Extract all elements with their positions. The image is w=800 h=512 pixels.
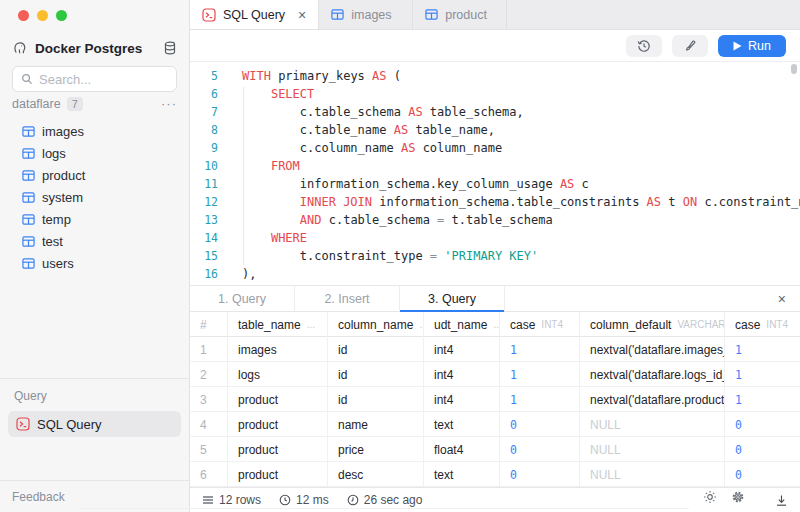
data-cell: int4 — [424, 337, 500, 362]
data-cell: 1 — [725, 362, 800, 387]
data-cell: id — [328, 362, 424, 387]
table-icon — [22, 235, 35, 248]
code-line-8: 8 c.table_name AS table_name, — [190, 121, 800, 139]
column-header-case-6[interactable]: caseINT4 — [725, 312, 800, 337]
zoom-window-button[interactable] — [56, 10, 67, 21]
line-number: 16 — [190, 265, 232, 283]
table-icon — [22, 125, 35, 138]
column-type-label: ... — [307, 319, 315, 330]
line-number: 9 — [190, 139, 232, 157]
app-window: Docker Postgres Search... dataflare 7 ··… — [0, 0, 800, 512]
result-tab-1[interactable]: 1. Query — [190, 286, 295, 311]
code-text: t.constraint_type = 'PRIMARY KEY' — [232, 247, 538, 265]
line-number: 8 — [190, 121, 232, 139]
data-cell: 0 — [500, 437, 580, 462]
table-row[interactable]: 2logsidint41nextval('dataflare.logs_id_s… — [190, 362, 800, 387]
download-button[interactable] — [775, 494, 788, 507]
line-number: 14 — [190, 229, 232, 247]
tab-sql-query[interactable]: SQL Query× — [190, 0, 319, 29]
table-row[interactable]: 1imagesidint41nextval('dataflare.images_… — [190, 337, 800, 362]
database-icon[interactable] — [163, 41, 177, 55]
query-section-label: Query — [8, 389, 181, 403]
row-number-cell: 5 — [190, 437, 228, 462]
column-header-column_default-5[interactable]: column_defaultVARCHAR — [580, 312, 725, 337]
traffic-lights — [18, 10, 67, 21]
table-icon — [331, 8, 344, 21]
code-line-12: 12 INNER JOIN information_schema.table_c… — [190, 193, 800, 211]
code-text: WHERE — [232, 229, 307, 247]
play-icon — [733, 41, 742, 51]
code-line-11: 11 information_schema.key_column_usage A… — [190, 175, 800, 193]
run-button[interactable]: Run — [718, 35, 786, 57]
sidebar-item-sql-query[interactable]: SQL Query — [8, 411, 181, 437]
format-button[interactable] — [672, 35, 708, 57]
code-text: ), — [232, 265, 256, 283]
close-window-button[interactable] — [18, 10, 29, 21]
data-cell: 1 — [725, 387, 800, 412]
column-header-table_name-1[interactable]: table_name... — [228, 312, 328, 337]
table-icon — [22, 213, 35, 226]
code-text: SELECT — [232, 85, 314, 103]
sidebar-item-images[interactable]: images — [0, 120, 189, 142]
sidebar-item-logs[interactable]: logs — [0, 142, 189, 164]
sidebar-item-system[interactable]: system — [0, 186, 189, 208]
tab-images[interactable]: images — [319, 0, 413, 29]
run-label: Run — [748, 39, 771, 53]
sql-editor[interactable]: 5WITH primary_keys AS (6 SELECT7 c.table… — [190, 62, 800, 285]
postgres-elephant-icon — [12, 40, 28, 56]
format-brush-icon — [684, 39, 697, 52]
sidebar-item-users[interactable]: users — [0, 252, 189, 274]
code-text: c.table_schema AS table_schema, — [232, 103, 524, 121]
table-label: temp — [42, 212, 71, 227]
data-cell: id — [328, 337, 424, 362]
feedback-link[interactable]: Feedback — [12, 490, 65, 504]
table-icon — [22, 257, 35, 270]
connection-header: Docker Postgres — [12, 40, 177, 56]
column-header-column_name-2[interactable]: column_name... — [328, 312, 424, 337]
code-line-6: 6 SELECT — [190, 85, 800, 103]
search-icon — [21, 73, 33, 85]
tab-product[interactable]: product — [413, 0, 507, 29]
code-text: AND c.table_schema = t.table_schema — [232, 211, 553, 229]
column-header-case-4[interactable]: caseINT4 — [500, 312, 580, 337]
result-tab-label: 3. Query — [428, 292, 476, 306]
data-cell: 1 — [725, 337, 800, 362]
code-line-14: 14 WHERE — [190, 229, 800, 247]
table-row[interactable]: 4productnametext0NULL0 — [190, 412, 800, 437]
connection-name: Docker Postgres — [35, 41, 156, 56]
result-tab-3[interactable]: 3. Query — [400, 286, 505, 311]
history-button[interactable] — [626, 35, 662, 57]
database-row[interactable]: dataflare 7 ··· — [12, 96, 177, 111]
sidebar-item-temp[interactable]: temp — [0, 208, 189, 230]
settings-gear-icon[interactable] — [731, 490, 745, 504]
result-tab-2[interactable]: 2. Insert — [295, 286, 400, 311]
code-line-16: 16), — [190, 265, 800, 283]
row-number-cell: 4 — [190, 412, 228, 437]
line-number: 13 — [190, 211, 232, 229]
close-results-button[interactable]: × — [764, 286, 800, 311]
main-area: SQL Query×imagesproduct — [190, 0, 800, 512]
search-input[interactable]: Search... — [12, 66, 177, 92]
sidebar-item-test[interactable]: test — [0, 230, 189, 252]
line-number: 12 — [190, 193, 232, 211]
tab-label: SQL Query — [223, 8, 285, 22]
column-header-rownum[interactable]: # — [190, 312, 228, 337]
data-cell: NULL — [580, 412, 725, 437]
minimize-window-button[interactable] — [37, 10, 48, 21]
close-tab-icon[interactable]: × — [298, 8, 306, 22]
table-label: images — [42, 124, 84, 139]
code-line-7: 7 c.table_schema AS table_schema, — [190, 103, 800, 121]
table-label: test — [42, 234, 63, 249]
data-cell: nextval('dataflare.product_id_... — [580, 387, 725, 412]
column-header-udt_name-3[interactable]: udt_name... — [424, 312, 500, 337]
table-row[interactable]: 3productidint41nextval('dataflare.produc… — [190, 387, 800, 412]
data-cell: name — [328, 412, 424, 437]
more-menu-button[interactable]: ··· — [161, 96, 177, 111]
sidebar-item-product[interactable]: product — [0, 164, 189, 186]
table-count-badge: 7 — [67, 97, 83, 111]
search-placeholder: Search... — [39, 72, 91, 87]
table-icon — [22, 147, 35, 160]
editor-scrollbar[interactable] — [791, 64, 797, 283]
table-row[interactable]: 5productpricefloat40NULL0 — [190, 437, 800, 462]
theme-toggle-icon[interactable] — [703, 490, 717, 504]
